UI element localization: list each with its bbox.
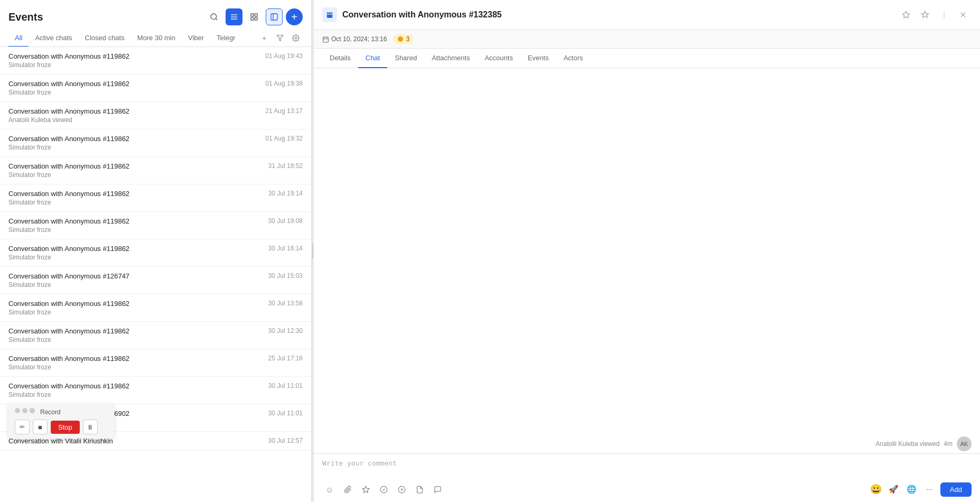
more-toolbar-button[interactable] xyxy=(922,482,937,497)
event-item[interactable]: Conversation with Anonymous #119862 30 J… xyxy=(0,184,311,212)
event-item[interactable]: Conversation with Anonymous #119862 30 J… xyxy=(0,294,311,322)
event-sub: Simulator froze xyxy=(8,336,303,343)
nav-tab-events[interactable]: Events xyxy=(520,49,556,68)
close-button[interactable] xyxy=(955,6,972,23)
star-tool-button[interactable] xyxy=(358,482,373,497)
pause-button[interactable]: ⏸ xyxy=(83,420,98,434)
stop-button[interactable]: Stop xyxy=(51,421,80,434)
stop-label: Stop xyxy=(58,423,72,431)
event-time: 21 Aug 13:17 xyxy=(265,107,303,115)
event-item[interactable]: Conversation with Anonymous #119862 01 A… xyxy=(0,129,311,157)
settings-button[interactable] xyxy=(289,31,303,45)
tab-all[interactable]: All xyxy=(8,30,29,47)
viewed-by: Anatolii Kuleba viewed xyxy=(876,440,940,448)
tab-more-30-min[interactable]: More 30 min xyxy=(131,30,182,47)
event-item[interactable]: Conversation with Anonymous #119862 31 J… xyxy=(0,157,311,184)
event-item[interactable]: Conversation with Anonymous #119862 30 J… xyxy=(0,239,311,267)
svg-marker-9 xyxy=(277,35,283,41)
reply-button[interactable] xyxy=(430,482,445,497)
svg-rect-1 xyxy=(231,14,237,15)
tab-telegr[interactable]: Telegr xyxy=(210,30,241,47)
nav-tab-shared[interactable]: Shared xyxy=(387,49,424,68)
globe-button[interactable]: 🌐 xyxy=(904,482,919,497)
panel-toggle-button[interactable] xyxy=(266,8,283,25)
edit-icon-btn[interactable]: ✏ xyxy=(15,420,30,434)
tab-active-chats[interactable]: Active chats xyxy=(29,30,78,47)
add-event-button[interactable]: + xyxy=(286,8,303,25)
event-time: 30 Jul 19:14 xyxy=(268,190,303,197)
svg-rect-7 xyxy=(255,17,257,20)
svg-rect-6 xyxy=(251,17,254,20)
red-emoji-button[interactable]: 😀 xyxy=(869,482,883,497)
emoji-button[interactable]: ☺ xyxy=(322,482,337,497)
check-button[interactable] xyxy=(376,482,391,497)
dot-2 xyxy=(22,408,27,413)
event-item[interactable]: Conversation with Anonymous #119862 01 A… xyxy=(0,47,311,75)
meta-count: 3 xyxy=(406,35,409,43)
comment-input[interactable] xyxy=(322,459,972,476)
event-title: Conversation with Anonymous #119862 xyxy=(8,327,129,335)
event-item[interactable]: Conversation with Anonymous #119862 30 J… xyxy=(0,377,311,404)
star-button[interactable] xyxy=(898,6,914,23)
event-sub: Simulator froze xyxy=(8,281,303,289)
event-item[interactable]: Conversation with Anonymous #119862 30 J… xyxy=(0,322,311,349)
filter-button[interactable] xyxy=(273,31,287,45)
svg-point-15 xyxy=(944,17,945,18)
add-tab-button[interactable]: + xyxy=(257,31,271,45)
event-title: Conversation with Anonymous #126747 xyxy=(8,272,129,280)
more-options-button[interactable] xyxy=(936,6,953,23)
list-view-button[interactable] xyxy=(226,8,242,25)
tab-closed-chats[interactable]: Closed chats xyxy=(79,30,131,47)
nav-tab-details[interactable]: Details xyxy=(322,49,358,68)
event-item[interactable]: Conversation with Anonymous #119862 21 A… xyxy=(0,102,311,129)
stop-record-shape-btn[interactable]: ■ xyxy=(33,420,48,434)
rocket-button[interactable]: 🚀 xyxy=(886,482,901,497)
event-sub: Simulator froze xyxy=(8,61,303,69)
pause-icon: ⏸ xyxy=(87,423,94,431)
filter-tabs: All Active chats Closed chats More 30 mi… xyxy=(0,25,311,47)
event-title: Conversation with Anonymous #119862 xyxy=(8,217,129,225)
event-time: 25 Jul 17:16 xyxy=(268,355,303,362)
event-item[interactable]: Conversation with Anonymous #126747 30 J… xyxy=(0,267,311,294)
header-actions: + xyxy=(206,8,303,25)
add-comment-button[interactable]: Add xyxy=(940,482,972,497)
svg-rect-3 xyxy=(231,18,237,19)
chat-footer-info: Anatolii Kuleba viewed 4m AK xyxy=(314,434,980,453)
svg-rect-5 xyxy=(255,14,257,16)
event-title: Conversation with Anonymous #119862 xyxy=(8,135,129,143)
nav-tab-actors[interactable]: Actors xyxy=(556,49,591,68)
svg-point-19 xyxy=(398,36,403,42)
event-title: Conversation with Anonymous #119862 xyxy=(8,162,129,170)
event-time: 01 Aug 19:38 xyxy=(265,80,303,87)
meta-badge: 3 xyxy=(393,34,414,44)
event-title: Conversation with Anonymous #119862 xyxy=(8,52,129,60)
svg-rect-18 xyxy=(323,37,329,42)
record-controls: ✏ ■ Stop ⏸ xyxy=(15,420,108,434)
event-time: 30 Jul 15:03 xyxy=(268,272,303,280)
nav-tab-chat[interactable]: Chat xyxy=(358,49,387,68)
note-button[interactable] xyxy=(412,482,427,497)
event-item[interactable]: Conversation with Anonymous #119862 01 A… xyxy=(0,75,311,102)
left-panel: Events + All Active chats Closed chats M… xyxy=(0,0,312,502)
divider-handle xyxy=(312,243,313,259)
avatar: AK xyxy=(957,436,972,451)
attach-button[interactable] xyxy=(340,482,355,497)
pin-button[interactable] xyxy=(917,6,934,23)
nav-tab-accounts[interactable]: Accounts xyxy=(477,49,520,68)
event-sub: Simulator froze xyxy=(8,309,303,316)
nav-tab-attachments[interactable]: Attachments xyxy=(424,49,477,68)
nav-tabs: Details Chat Shared Attachments Accounts… xyxy=(314,49,980,68)
search-button[interactable] xyxy=(206,8,222,25)
conv-title: Conversation with Anonymous #132385 xyxy=(342,10,892,20)
event-time: 30 Jul 16:14 xyxy=(268,245,303,252)
close-tool-button[interactable] xyxy=(394,482,409,497)
chat-area xyxy=(314,68,980,434)
event-sub: Simulator froze xyxy=(8,364,303,371)
comment-box: ☺ 😀 🚀 🌐 xyxy=(314,453,980,502)
event-item[interactable]: Conversation with Anonymous #119862 25 J… xyxy=(0,349,311,377)
comment-toolbar: ☺ 😀 🚀 🌐 xyxy=(322,478,972,497)
event-item[interactable]: Conversation with Anonymous #119862 30 J… xyxy=(0,212,311,239)
event-sub: Anatolii Kuleba viewed xyxy=(8,116,303,124)
tab-viber[interactable]: Viber xyxy=(182,30,210,47)
grid-view-button[interactable] xyxy=(246,8,263,25)
